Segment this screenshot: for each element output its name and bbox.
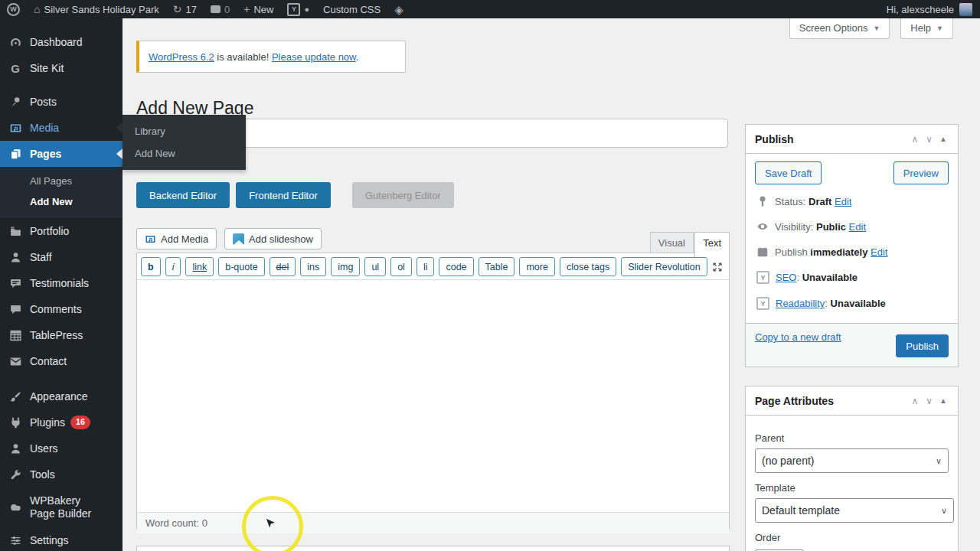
gutenberg-editor-button[interactable]: Gutenberg Editor [352, 182, 454, 208]
new-label: New [253, 4, 273, 15]
publish-panel-header[interactable]: Publish ∧ ∨ ▲ [746, 125, 958, 154]
users-person-icon [8, 442, 23, 455]
sidebar-item-plugins[interactable]: Plugins 16 [0, 409, 122, 435]
chevron-down-icon: ▼ [936, 24, 943, 32]
edit-status-link[interactable]: Edit [835, 196, 851, 207]
quicktag-italic[interactable]: i [165, 257, 181, 276]
fullscreen-icon[interactable] [711, 261, 724, 273]
sidebar-item-contact[interactable]: Contact [0, 348, 122, 374]
updates-link[interactable]: ↻ 17 [166, 0, 204, 18]
sidebar-item-site-kit[interactable]: G Site Kit [0, 55, 122, 81]
sidebar-item-users[interactable]: Users [0, 435, 122, 461]
edit-schedule-link[interactable]: Edit [871, 246, 887, 258]
custom-css-menu[interactable]: Custom CSS [316, 0, 387, 18]
admin-sidebar: Dashboard G Site Kit Posts Media Pages A… [0, 18, 122, 551]
quicktag-blockquote[interactable]: b-quote [218, 257, 264, 276]
media-icon [8, 122, 23, 135]
wordpress-logo-menu[interactable]: W [0, 0, 27, 18]
new-content-menu[interactable]: + New [237, 0, 280, 18]
status-pin-icon [756, 195, 769, 207]
comments-link[interactable]: 0 [204, 0, 237, 18]
preview-button[interactable]: Preview [893, 161, 949, 184]
account-menu[interactable]: Hi, alexscheele [887, 3, 980, 16]
sidebar-item-posts[interactable]: Posts [0, 89, 122, 115]
sidebar-item-appearance[interactable]: Appearance [0, 383, 122, 409]
move-up-icon[interactable]: ∧ [908, 396, 923, 406]
current-item-notch [116, 148, 122, 159]
wpbakery-menu[interactable]: ◈ [387, 0, 410, 18]
quicktag-slider-revolution[interactable]: Slider Revolution [621, 257, 707, 276]
plugins-update-badge: 16 [70, 416, 90, 429]
sidebar-item-tablepress[interactable]: TablePress [0, 322, 122, 348]
wordpress-logo-icon: W [7, 3, 20, 16]
site-name-link[interactable]: ⌂ Silver Sands Holiday Park [27, 0, 166, 18]
quicktag-img[interactable]: img [331, 257, 360, 276]
sidebar-item-wpbakery[interactable]: WPBakery Page Builder [0, 487, 122, 527]
wpbakery-diamond-icon: ◈ [394, 4, 403, 15]
submenu-item-all-pages[interactable]: All Pages [0, 171, 122, 191]
sidebar-item-dashboard[interactable]: Dashboard [0, 29, 122, 55]
portfolio-icon [8, 225, 23, 238]
template-label: Template [755, 482, 949, 494]
parent-select[interactable]: (no parent) ∨ [755, 448, 949, 473]
sidebar-item-comments[interactable]: Comments [0, 296, 122, 322]
publish-button[interactable]: Publish [896, 334, 949, 357]
word-count-value: 0 [202, 517, 207, 529]
tab-visual[interactable]: Visual [650, 232, 694, 253]
content-textarea[interactable] [137, 280, 729, 510]
home-icon: ⌂ [34, 4, 40, 15]
yoast-menu[interactable]: Y ● [280, 0, 316, 18]
sidebar-item-pages[interactable]: Pages [0, 141, 122, 167]
readability-link[interactable]: Readability [776, 298, 825, 309]
quicktag-ins[interactable]: ins [300, 257, 326, 276]
update-now-link[interactable]: Please update now [272, 51, 356, 63]
status-circle-icon: ● [304, 5, 309, 14]
frontend-editor-button[interactable]: Frontend Editor [236, 182, 331, 208]
publishing-actions: Copy to a new draft Publish [746, 323, 958, 367]
quicktag-del[interactable]: del [270, 257, 296, 276]
update-icon: ↻ [173, 4, 182, 15]
save-draft-button[interactable]: Save Draft [755, 161, 822, 184]
quicktag-code[interactable]: code [439, 257, 473, 276]
page-attributes-body: Parent (no parent) ∨ Template Default te… [746, 416, 958, 551]
template-select[interactable]: Default template ∨ [755, 498, 954, 523]
sidebar-item-settings[interactable]: Settings [0, 527, 122, 551]
chevron-down-icon: ∨ [936, 456, 942, 466]
sidebar-item-portfolio[interactable]: Portfolio [0, 218, 122, 244]
screen-options-toggle[interactable]: Screen Options ▼ [789, 18, 890, 39]
quicktag-ol[interactable]: ol [390, 257, 412, 276]
sidebar-item-testimonials[interactable]: Testimonials [0, 270, 122, 296]
edit-visibility-link[interactable]: Edit [849, 221, 866, 233]
flyout-item-add-new[interactable]: Add New [122, 142, 246, 165]
move-down-icon[interactable]: ∨ [922, 396, 936, 406]
help-toggle[interactable]: Help ▼ [900, 18, 953, 39]
screen-meta-links: Screen Options ▼ Help ▼ [789, 18, 953, 39]
collapse-toggle-icon[interactable]: ▲ [936, 396, 950, 405]
move-down-icon[interactable]: ∨ [922, 134, 936, 145]
quicktag-table[interactable]: Table [479, 257, 515, 276]
sidebar-item-tools[interactable]: Tools [0, 461, 122, 487]
collapse-toggle-icon[interactable]: ▲ [936, 135, 950, 143]
chevron-down-icon: ∨ [941, 506, 947, 516]
sidebar-item-staff[interactable]: Staff [0, 244, 122, 270]
wordpress-version-link[interactable]: WordPress 6.2 [149, 51, 214, 63]
seo-link[interactable]: SEO [776, 272, 796, 283]
readability-row: Y Readability: Unavailable [756, 297, 949, 310]
copy-to-new-draft-link[interactable]: Copy to a new draft [755, 331, 841, 343]
quicktag-li[interactable]: li [416, 257, 435, 276]
page-attributes-header[interactable]: Page Attributes ∧ ∨ ▲ [746, 386, 958, 416]
quicktag-ul[interactable]: ul [364, 257, 386, 276]
quicktag-link[interactable]: link [185, 257, 214, 276]
submenu-item-add-new[interactable]: Add New [0, 191, 122, 212]
quicktag-bold[interactable]: b [141, 257, 161, 276]
sidebar-item-media[interactable]: Media [0, 115, 122, 141]
backend-editor-button[interactable]: Backend Editor [136, 182, 230, 208]
move-up-icon[interactable]: ∧ [908, 134, 923, 145]
add-media-button[interactable]: Add Media [136, 228, 217, 249]
site-name-label: Silver Sands Holiday Park [44, 4, 158, 15]
quicktag-more[interactable]: more [519, 257, 554, 276]
flyout-item-library[interactable]: Library [122, 120, 246, 142]
quicktag-close-tags[interactable]: close tags [560, 257, 616, 276]
tab-text[interactable]: Text [694, 232, 730, 257]
add-slideshow-button[interactable]: Add slideshow [224, 228, 322, 249]
